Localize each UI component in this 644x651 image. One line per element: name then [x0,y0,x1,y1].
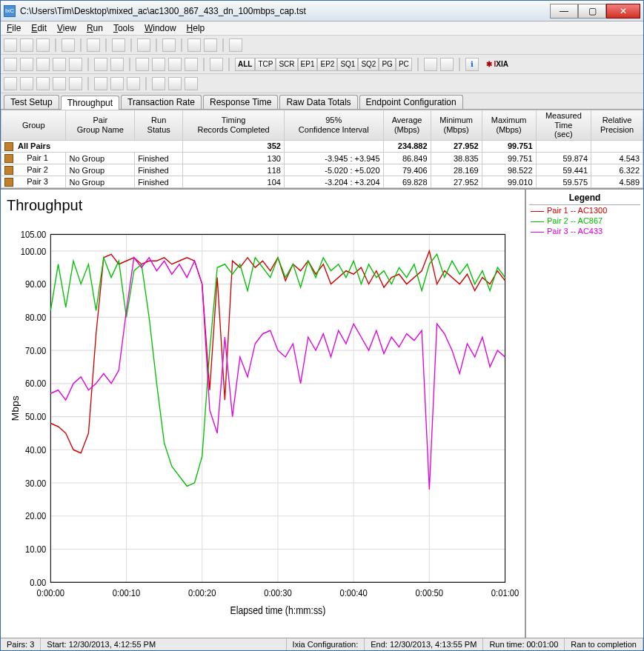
tool-icon[interactable] [4,77,17,90]
stop-icon[interactable] [112,39,125,52]
tool-icon[interactable] [53,77,66,90]
tab-endpoint-configuration[interactable]: Endpoint Configuration [359,95,463,109]
tool-icon[interactable] [152,77,165,90]
titlebar: IxC C:\Users\Tim\Desktop\mixed_ac\ac1300… [1,1,643,21]
window-title: C:\Users\Tim\Desktop\mixed_ac\ac1300_867… [20,6,550,16]
tab-response-time[interactable]: Response Time [203,95,278,109]
tool-icon[interactable] [440,58,454,71]
table-row[interactable]: Pair 1No GroupFinished130-3.945 : +3.945… [1,153,643,164]
grid-header[interactable]: MeasuredTime(sec) [536,110,591,141]
grid-header[interactable]: RelativePrecision [591,110,643,141]
grid-header[interactable]: Minimum(Mbps) [431,110,482,141]
menu-tools[interactable]: Tools [113,23,134,33]
filter-pg[interactable]: PG [379,58,395,71]
table-row[interactable]: Pair 3No GroupFinished104-3.204 : +3.204… [1,176,643,188]
tool-icon[interactable] [168,77,182,90]
tool-icon[interactable] [136,58,149,71]
svg-text:0:00:10: 0:00:10 [113,588,141,599]
filter-pc[interactable]: PC [396,58,412,71]
tool-icon[interactable] [69,77,82,90]
tool-icon[interactable] [168,58,182,71]
info-icon[interactable]: ℹ [465,58,479,71]
tool-icon[interactable] [53,58,66,71]
copy-icon[interactable] [137,39,150,52]
grid-summary-row[interactable]: All Pairs352234.88227.95299.751 [1,140,643,152]
app-icon: IxC [4,5,16,17]
tool-icon[interactable] [127,77,140,90]
tool-icon[interactable] [210,58,223,71]
svg-text:105.00: 105.00 [21,230,47,241]
tab-raw-data-totals[interactable]: Raw Data Totals [279,95,357,109]
tool-icon[interactable] [204,39,217,52]
filter-scr[interactable]: SCR [276,58,297,71]
menu-file[interactable]: File [7,23,21,33]
menu-window[interactable]: Window [145,23,176,33]
table-row[interactable]: Pair 2No GroupFinished118-5.020 : +5.020… [1,164,643,176]
legend-title: Legend [529,193,640,205]
tool-icon[interactable] [20,58,33,71]
menu-view[interactable]: View [57,23,76,33]
tool-icon[interactable] [94,58,107,71]
tool-icon[interactable] [152,58,165,71]
grid-header[interactable]: Average(Mbps) [383,110,431,141]
grid-header[interactable]: 95%Confidence Interval [284,110,383,141]
svg-text:0.00: 0.00 [30,578,46,589]
tabbar: Test SetupThroughputTransaction RateResp… [1,93,643,110]
run-icon[interactable] [87,39,100,52]
tab-throughput[interactable]: Throughput [61,96,119,110]
legend-item: Pair 1 -- AC1300 [529,205,640,216]
tool-icon[interactable] [94,77,107,90]
grid-header[interactable]: PairGroup Name [66,110,135,141]
tab-transaction-rate[interactable]: Transaction Rate [121,95,202,109]
svg-text:0:01:00: 0:01:00 [491,588,519,599]
svg-text:100.00: 100.00 [21,246,47,257]
tool-icon[interactable] [229,39,242,52]
filter-tcp[interactable]: TCP [255,58,276,71]
grid-header[interactable]: TimingRecords Completed [183,110,285,141]
grid-header[interactable]: Group [1,110,66,141]
tool-icon[interactable] [424,58,437,71]
filter-sq1[interactable]: SQ1 [337,58,358,71]
brand-logo: ✱ IXIA [486,60,508,68]
tool-icon[interactable] [110,77,124,90]
tool-icon[interactable] [185,58,198,71]
menu-run[interactable]: Run [87,23,103,33]
tool-icon[interactable] [36,58,50,71]
filter-ep2[interactable]: EP2 [317,58,337,71]
svg-text:50.00: 50.00 [25,412,46,423]
new-icon[interactable] [4,39,17,52]
filter-sq2[interactable]: SQ2 [358,58,379,71]
tool-icon[interactable] [187,39,201,52]
tab-test-setup[interactable]: Test Setup [4,95,59,109]
tool-icon[interactable] [110,58,124,71]
menu-help[interactable]: Help [187,23,205,33]
svg-text:20.00: 20.00 [25,511,46,522]
status-result: Ran to completion [565,638,643,650]
status-config: Ixia Configuration: [287,638,365,650]
open-icon[interactable] [20,39,33,52]
menubar: FileEditViewRunToolsWindowHelp [1,21,643,36]
close-button[interactable]: ✕ [606,4,640,19]
svg-text:10.00: 10.00 [25,544,46,555]
grid-header[interactable]: Maximum(Mbps) [482,110,536,141]
arrow-icon[interactable] [162,39,176,52]
tool-icon[interactable] [69,58,82,71]
filter-ep1[interactable]: EP1 [298,58,318,71]
save-icon[interactable] [36,39,50,52]
tool-icon[interactable] [4,58,17,71]
minimize-button[interactable]: — [550,4,578,19]
legend-item: Pair 2 -- AC867 [529,216,640,226]
legend-item: Pair 3 -- AC433 [529,226,640,236]
content-pane: Throughput 0.0010.0020.0030.0040.0050.00… [1,189,643,638]
print-icon[interactable] [62,39,75,52]
maximize-button[interactable]: ▢ [578,4,606,19]
tool-icon[interactable] [20,77,33,90]
filter-all[interactable]: ALL [235,58,255,71]
menu-edit[interactable]: Edit [31,23,47,33]
legend-pane: Legend Pair 1 -- AC1300Pair 2 -- AC867Pa… [525,190,643,638]
tool-icon[interactable] [36,77,50,90]
chart-area: Throughput 0.0010.0020.0030.0040.0050.00… [1,190,525,638]
status-pairs: Pairs: 3 [1,638,41,650]
tool-icon[interactable] [185,77,198,90]
grid-header[interactable]: RunStatus [135,110,183,141]
